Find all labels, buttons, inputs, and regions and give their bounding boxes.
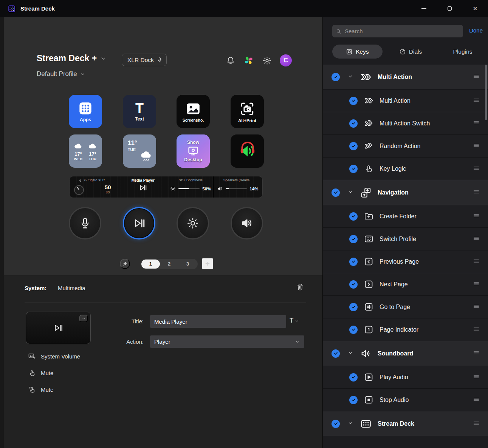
- strip-segment-4[interactable]: Speakers (Realte...14%: [214, 176, 262, 198]
- enabled-checkbox[interactable]: [349, 258, 358, 266]
- enabled-checkbox[interactable]: [349, 119, 358, 128]
- tab-dials[interactable]: Dials: [388, 45, 433, 59]
- tab-keys[interactable]: Keys: [332, 45, 383, 59]
- drag-handle-icon[interactable]: [473, 73, 480, 82]
- related-action-system-volume[interactable]: System Volume: [28, 348, 80, 365]
- chevron-down-icon[interactable]: [347, 73, 353, 81]
- action-row-previous-page[interactable]: Previous Page: [323, 250, 488, 273]
- action-row-next-page[interactable]: Next Page: [323, 273, 488, 296]
- group-row-stream-deck[interactable]: Stream Deck: [323, 411, 488, 436]
- dial-play-pause[interactable]: [123, 207, 155, 239]
- drag-handle-icon[interactable]: [473, 349, 480, 358]
- drag-handle-icon[interactable]: [473, 419, 480, 428]
- action-row-page-indicator[interactable]: Page Indicator: [323, 318, 488, 341]
- minimize-button[interactable]: [411, 0, 437, 17]
- chevron-down-icon[interactable]: [347, 189, 353, 196]
- action-row-go-to-page[interactable]: Go to Page: [323, 296, 488, 318]
- drag-handle-icon[interactable]: [473, 188, 480, 197]
- device-selector[interactable]: Stream Deck +: [37, 53, 107, 63]
- group-row-multi-action[interactable]: Multi Action: [323, 65, 488, 90]
- enabled-checkbox[interactable]: [332, 349, 340, 358]
- key-weather-today[interactable]: 11°TUE: [123, 134, 156, 168]
- maximize-button[interactable]: [437, 0, 462, 17]
- text-format-button[interactable]: T: [290, 317, 299, 324]
- marketplace-icon[interactable]: [243, 55, 254, 66]
- drag-handle-icon[interactable]: [473, 212, 480, 221]
- drag-handle-icon[interactable]: [473, 395, 480, 405]
- key-weather-two-day[interactable]: 17°WED17°THU: [69, 134, 102, 168]
- action-row-key-logic[interactable]: Key Logic: [323, 158, 488, 180]
- enabled-checkbox[interactable]: [349, 97, 358, 105]
- strip-segment-1[interactable]: 2- Elgato XLR ...50dB: [70, 176, 118, 198]
- enabled-checkbox[interactable]: [349, 326, 358, 334]
- page-button-3[interactable]: 3: [178, 260, 197, 269]
- strip-segment-2[interactable]: Media Player: [118, 176, 168, 198]
- delete-action-button[interactable]: [296, 283, 305, 292]
- add-page-button[interactable]: +: [202, 258, 213, 269]
- key-alt-print[interactable]: Alt+Print: [231, 95, 264, 128]
- strip-segment-3[interactable]: SD+ Brightness50%: [168, 176, 214, 198]
- close-button[interactable]: ✕: [462, 0, 488, 17]
- dial-volume[interactable]: [231, 207, 263, 239]
- dial-mic[interactable]: [69, 207, 101, 239]
- enabled-checkbox[interactable]: [349, 373, 358, 382]
- brightness-icon: [170, 186, 176, 192]
- drag-handle-icon[interactable]: [473, 96, 480, 105]
- action-row-random-action[interactable]: Random Action: [323, 135, 488, 158]
- page-button-2[interactable]: 2: [160, 260, 178, 269]
- enabled-checkbox[interactable]: [349, 280, 358, 289]
- tab-plugins[interactable]: Plugins: [440, 45, 485, 59]
- enabled-checkbox[interactable]: [332, 73, 340, 81]
- keys-tab-icon: [346, 48, 353, 55]
- action-row-create-folder[interactable]: Create Folder: [323, 205, 488, 228]
- preview-options-button[interactable]: [79, 315, 88, 322]
- dial-brightness[interactable]: [177, 207, 209, 239]
- group-row-navigation[interactable]: Navigation: [323, 180, 488, 205]
- action-row-multi-action-switch[interactable]: Multi Action Switch: [323, 112, 488, 135]
- enabled-checkbox[interactable]: [349, 396, 358, 404]
- enabled-checkbox[interactable]: [349, 235, 358, 243]
- key-headset-toggle[interactable]: [231, 134, 264, 168]
- pin-page-button[interactable]: [120, 259, 130, 269]
- drag-handle-icon[interactable]: [473, 325, 480, 334]
- page-button-1[interactable]: 1: [141, 260, 160, 269]
- action-dropdown[interactable]: Player: [150, 335, 304, 348]
- action-row-play-audio[interactable]: Play Audio: [323, 366, 488, 389]
- done-button[interactable]: Done: [469, 27, 483, 34]
- action-row-switch-profile[interactable]: Switch Profile: [323, 228, 488, 250]
- related-action-mute[interactable]: Mute: [28, 365, 80, 381]
- xlr-dock-button[interactable]: XLR Dock: [122, 54, 167, 66]
- drag-handle-icon[interactable]: [473, 164, 480, 173]
- chevron-down-icon[interactable]: [347, 350, 353, 357]
- profile-selector[interactable]: Default Profile: [37, 70, 85, 78]
- scrollbar-thumb[interactable]: [485, 65, 487, 120]
- related-action-mute[interactable]: Mute: [28, 381, 80, 398]
- enabled-checkbox[interactable]: [332, 420, 340, 428]
- key-screenshot[interactable]: Screensho.: [177, 95, 210, 128]
- key-show-desktop[interactable]: ShowDesktop: [177, 134, 210, 168]
- chevron-down-icon[interactable]: [347, 420, 353, 428]
- drag-handle-icon[interactable]: [473, 235, 480, 244]
- group-row-soundboard[interactable]: Soundboard: [323, 341, 488, 366]
- drag-handle-icon[interactable]: [473, 257, 480, 266]
- enabled-checkbox[interactable]: [349, 165, 358, 173]
- key-apps[interactable]: Apps: [69, 95, 102, 128]
- enabled-checkbox[interactable]: [349, 303, 358, 311]
- gear-icon[interactable]: [262, 55, 272, 66]
- drag-handle-icon[interactable]: [473, 303, 480, 312]
- drag-handle-icon[interactable]: [473, 280, 480, 289]
- search-input[interactable]: [345, 28, 460, 34]
- notifications-bell-icon[interactable]: [225, 55, 236, 66]
- enabled-checkbox[interactable]: [349, 142, 358, 150]
- key-preview[interactable]: [26, 312, 91, 344]
- action-row-stop-audio[interactable]: Stop Audio: [323, 389, 488, 411]
- enabled-checkbox[interactable]: [332, 188, 340, 197]
- drag-handle-icon[interactable]: [473, 119, 480, 128]
- action-row-multi-action[interactable]: Multi Action: [323, 90, 488, 112]
- drag-handle-icon[interactable]: [473, 373, 480, 382]
- title-input[interactable]: [150, 315, 286, 328]
- drag-handle-icon[interactable]: [473, 142, 480, 151]
- enabled-checkbox[interactable]: [349, 212, 358, 221]
- key-text[interactable]: TText: [123, 95, 156, 128]
- avatar[interactable]: C: [280, 54, 292, 66]
